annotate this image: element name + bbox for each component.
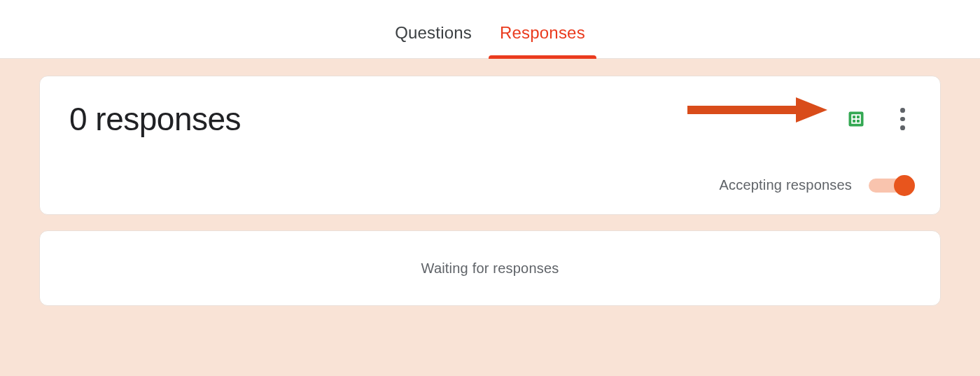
tabs-bar: Questions Responses	[0, 0, 980, 59]
summary-top-row: 0 responses	[69, 100, 911, 138]
content-area: 0 responses Accepting respo	[0, 59, 980, 376]
waiting-card: Waiting for responses	[39, 230, 941, 306]
create-spreadsheet-button[interactable]	[845, 108, 867, 130]
waiting-message: Waiting for responses	[421, 260, 559, 277]
tab-responses[interactable]: Responses	[486, 11, 599, 58]
more-options-button[interactable]	[891, 108, 913, 130]
kebab-dot-icon	[900, 108, 905, 113]
summary-actions	[845, 108, 911, 130]
responses-count-title: 0 responses	[69, 100, 241, 138]
responses-summary-card: 0 responses Accepting respo	[39, 76, 941, 215]
kebab-dot-icon	[900, 117, 905, 122]
kebab-dot-icon	[900, 125, 905, 130]
toggle-knob-icon	[894, 175, 915, 196]
accepting-responses-label: Accepting responses	[720, 177, 852, 193]
tab-questions[interactable]: Questions	[381, 11, 486, 58]
accepting-responses-toggle[interactable]	[869, 179, 911, 193]
accepting-responses-row: Accepting responses	[69, 177, 911, 193]
google-sheets-icon	[846, 109, 866, 129]
